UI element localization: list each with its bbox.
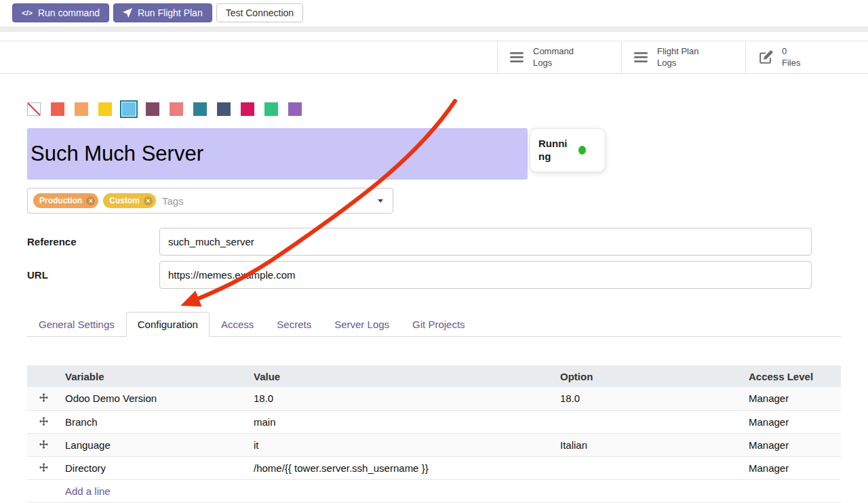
tab-secrets[interactable]: Secrets bbox=[265, 312, 323, 337]
notebook-tabs: General Settings Configuration Access Se… bbox=[27, 312, 841, 337]
color-swatch-yellow[interactable] bbox=[98, 102, 112, 116]
add-a-line-link[interactable]: Add a line bbox=[65, 485, 111, 497]
status-bar: Command Logs Flight Plan Logs 0 Files bbox=[0, 41, 868, 74]
tag-remove-icon[interactable]: × bbox=[144, 197, 153, 205]
drag-handle-icon[interactable] bbox=[39, 440, 48, 449]
url-label: URL bbox=[27, 269, 159, 281]
handle-column-header bbox=[27, 365, 60, 387]
edit-icon bbox=[758, 49, 774, 65]
color-swatch-light-blue[interactable] bbox=[122, 102, 136, 116]
column-header-option: Option bbox=[555, 365, 743, 387]
column-header-variable: Variable bbox=[60, 365, 248, 387]
status-card: Running bbox=[530, 128, 606, 172]
color-swatch-dark-purple[interactable] bbox=[146, 102, 159, 116]
cell-option[interactable]: 18.0 bbox=[555, 387, 743, 410]
command-logs-label: Command Logs bbox=[533, 46, 574, 68]
column-header-access-level: Access Level bbox=[743, 365, 841, 387]
cell-option[interactable] bbox=[555, 456, 743, 479]
files-label: 0 Files bbox=[782, 46, 800, 68]
tag-production: Production × bbox=[33, 193, 98, 208]
color-swatch-teal[interactable] bbox=[193, 102, 207, 116]
color-swatch-magenta[interactable] bbox=[241, 102, 254, 116]
run-command-button[interactable]: </> Run command bbox=[12, 3, 109, 22]
cell-access-level[interactable]: Manager bbox=[743, 433, 841, 456]
cell-option[interactable]: Italian bbox=[555, 433, 743, 456]
cell-value[interactable]: main bbox=[248, 410, 555, 433]
list-icon bbox=[634, 52, 649, 63]
table-row: Directory /home/{{ tower.server.ssh_user… bbox=[27, 456, 841, 479]
table-row: Odoo Demo Version 18.0 18.0 Manager bbox=[27, 387, 841, 410]
cell-value[interactable]: /home/{{ tower.server.ssh_username }} bbox=[248, 456, 555, 479]
table-row: Language it Italian Manager bbox=[27, 433, 841, 456]
tag-custom: Custom × bbox=[103, 193, 156, 208]
cell-access-level[interactable]: Manager bbox=[743, 387, 841, 410]
drag-handle-icon[interactable] bbox=[39, 393, 48, 402]
tags-placeholder: Tags bbox=[162, 195, 373, 207]
test-connection-button[interactable]: Test Connection bbox=[216, 3, 303, 22]
tab-access[interactable]: Access bbox=[210, 312, 265, 337]
cell-variable[interactable]: Directory bbox=[60, 456, 248, 479]
cell-variable[interactable]: Language bbox=[60, 433, 248, 456]
command-logs-button[interactable]: Command Logs bbox=[497, 41, 621, 73]
variables-table: Variable Value Option Access Level Odoo … bbox=[27, 365, 841, 503]
cell-variable[interactable]: Branch bbox=[60, 410, 248, 433]
color-swatch-orange[interactable] bbox=[75, 102, 88, 116]
status-dot-icon bbox=[578, 146, 586, 155]
action-toolbar: </> Run command Run Flight Plan Test Con… bbox=[0, 0, 868, 26]
cell-access-level[interactable]: Manager bbox=[743, 410, 841, 433]
tab-git-projects[interactable]: Git Projects bbox=[401, 312, 477, 337]
column-header-value: Value bbox=[248, 365, 555, 387]
flight-plan-logs-button[interactable]: Flight Plan Logs bbox=[621, 41, 745, 73]
color-palette bbox=[27, 101, 841, 117]
cell-value[interactable]: it bbox=[248, 433, 555, 456]
tag-remove-icon[interactable]: × bbox=[86, 197, 95, 205]
test-connection-label: Test Connection bbox=[226, 7, 294, 18]
list-icon bbox=[510, 52, 525, 63]
drag-handle-icon[interactable] bbox=[39, 463, 48, 472]
add-line-row: Add a line bbox=[27, 479, 841, 502]
record-sheet: Such Much Server Running Production × Cu… bbox=[0, 101, 868, 503]
cell-access-level[interactable]: Manager bbox=[743, 456, 841, 479]
paper-plane-icon bbox=[123, 8, 132, 18]
code-icon: </> bbox=[22, 9, 33, 17]
color-swatch-dark-blue[interactable] bbox=[217, 102, 231, 116]
status-label: Running bbox=[538, 138, 572, 163]
color-swatch-no-color[interactable] bbox=[27, 102, 41, 116]
run-flight-plan-label: Run Flight Plan bbox=[138, 7, 203, 18]
cell-option[interactable] bbox=[555, 410, 743, 433]
reference-label: Reference bbox=[27, 236, 159, 247]
files-button[interactable]: 0 Files bbox=[745, 41, 868, 73]
tab-server-logs[interactable]: Server Logs bbox=[323, 312, 401, 337]
color-swatch-salmon[interactable] bbox=[170, 102, 183, 116]
tags-input[interactable]: Production × Custom × Tags bbox=[27, 188, 393, 214]
url-input[interactable] bbox=[159, 261, 812, 289]
tab-configuration[interactable]: Configuration bbox=[126, 312, 210, 337]
table-row: Branch main Manager bbox=[27, 410, 841, 433]
color-swatch-red[interactable] bbox=[51, 102, 64, 116]
tab-general-settings[interactable]: General Settings bbox=[27, 312, 126, 337]
table-header-row: Variable Value Option Access Level bbox=[27, 365, 841, 387]
separator-band bbox=[0, 26, 868, 32]
server-name-title[interactable]: Such Much Server bbox=[27, 128, 528, 180]
cell-value[interactable]: 18.0 bbox=[248, 387, 555, 410]
flight-plan-logs-label: Flight Plan Logs bbox=[657, 46, 698, 68]
run-command-label: Run command bbox=[38, 7, 100, 18]
reference-input[interactable] bbox=[159, 228, 812, 256]
color-swatch-green[interactable] bbox=[264, 102, 278, 116]
files-count: 0 bbox=[782, 46, 787, 56]
chevron-down-icon[interactable] bbox=[378, 199, 383, 203]
drag-handle-icon[interactable] bbox=[39, 417, 48, 426]
cell-variable[interactable]: Odoo Demo Version bbox=[60, 387, 248, 410]
run-flight-plan-button[interactable]: Run Flight Plan bbox=[113, 3, 212, 22]
color-swatch-purple[interactable] bbox=[288, 102, 302, 116]
